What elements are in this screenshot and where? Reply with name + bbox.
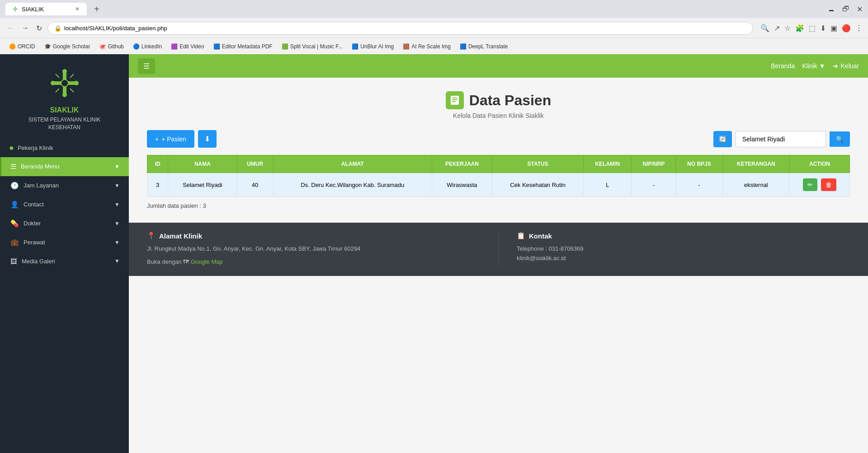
footer-maps-text: Buka dengan 🗺 Google Map [147, 257, 480, 267]
hamburger-button[interactable]: ☰ [138, 58, 155, 74]
bookmark-deepl[interactable]: 🟦 DeepL Translate [456, 42, 512, 51]
exit-icon: ➜ [833, 62, 838, 70]
tab-favicon-icon: ✛ [13, 5, 18, 13]
media-galeri-icon: 🖼 [10, 257, 17, 265]
sidebar-title: SIAKLIK [50, 106, 79, 114]
page-header: Data Pasien Kelola Data Pasien Klinik Si… [147, 91, 850, 119]
bookmark-ai-rescale[interactable]: 🟫 AI Re Scale Img [399, 42, 454, 51]
col-status: STATUS [492, 155, 584, 173]
download-icon[interactable]: ⬇ [820, 24, 826, 33]
orcid-icon: 🟠 [9, 43, 16, 50]
bookmark-orcid[interactable]: 🟠 ORCID [5, 42, 39, 51]
download-button[interactable]: ⬇ [198, 130, 217, 148]
url-input[interactable] [64, 25, 746, 32]
reload-button[interactable]: ↻ [34, 22, 44, 34]
bookmark-github[interactable]: 🐙 Github [95, 42, 127, 51]
new-tab-button[interactable]: + [90, 2, 103, 16]
share-icon[interactable]: ↗ [774, 24, 780, 33]
tab-close-button[interactable]: ✕ [75, 6, 80, 12]
browser-tab[interactable]: ✛ SIAKLIK ✕ [5, 3, 87, 15]
col-umur: UMUR [237, 155, 273, 173]
secure-icon: 🔒 [54, 25, 61, 32]
refresh-button[interactable]: 🔄 [713, 131, 732, 147]
profile-icon[interactable]: 🔴 [842, 24, 851, 33]
edit-video-icon: 🟪 [171, 43, 178, 50]
bookmark-editor-metadata-pdf[interactable]: 🟦 Editor Metadata PDF [210, 42, 276, 51]
table-row: 3Selamet Riyadi40Ds. Deru Kec.Wilangon K… [147, 173, 850, 197]
back-button[interactable]: ← [5, 22, 16, 34]
sidebar-item-label: Media Galeri [22, 258, 55, 265]
svg-line-10 [70, 89, 74, 92]
col-no-bpjs: NO BPJS [676, 155, 722, 173]
sidebar-item-media-galeri[interactable]: 🖼 Media Galeri ▼ [0, 252, 129, 271]
maximize-icon[interactable]: 🗗 [842, 5, 849, 14]
delete-button[interactable]: 🗑 [821, 178, 836, 191]
klinik-nav-dropdown[interactable]: Klinik ▼ [802, 62, 825, 70]
edit-button[interactable]: ✏ [803, 178, 817, 191]
ai-rescale-icon: 🟫 [403, 43, 410, 50]
location-icon: 📍 [147, 232, 156, 240]
svg-rect-13 [452, 99, 458, 100]
col-nama: NAMA [168, 155, 237, 173]
github-icon: 🐙 [99, 43, 106, 50]
bookmark-split-vocal[interactable]: 🟩 Split Vocal | Music F... [278, 42, 347, 51]
footer-address-section: 📍 Alamat Klinik Jl. Rungkut Madya No.1, … [147, 232, 480, 267]
main-content: ☰ Beranda Klinik ▼ ➜ Keluar [129, 54, 868, 453]
scholar-icon: 🎓 [44, 43, 51, 50]
sidebar-item-perawat[interactable]: 💼 Perawat ▼ [0, 233, 129, 252]
jam-layanan-icon: 🕐 [10, 182, 19, 190]
footer-email: klinik@siaklik.ac.id [517, 254, 850, 263]
add-pasien-button[interactable]: + + Pasien [147, 130, 194, 148]
keluar-button[interactable]: ➜ Keluar [833, 62, 859, 70]
chevron-down-icon: ▼ [114, 182, 120, 189]
data-count: Jumlah data pasien : 3 [147, 202, 850, 209]
bookmark-unblur-ai[interactable]: 🟦 UnBlur AI Img [348, 42, 397, 51]
footer-address-title: Alamat Klinik [159, 232, 202, 240]
sidebar-item-jam-layanan[interactable]: 🕐 Jam Layanan ▼ [0, 176, 129, 195]
svg-rect-14 [452, 101, 456, 102]
sidebar-item-label: Perawat [24, 239, 45, 246]
footer-kontak-title: Kontak [529, 232, 552, 240]
menu-icon[interactable]: ⋮ [855, 24, 863, 33]
svg-line-9 [56, 89, 59, 92]
sidebar-item-dokter[interactable]: 💊 Dokter ▼ [0, 214, 129, 233]
google-map-link[interactable]: Google Map [191, 258, 223, 265]
svg-line-7 [56, 74, 59, 78]
col-action: ACTION [790, 155, 850, 173]
search-input[interactable] [736, 131, 826, 147]
sidebar-user: ● Pekerja Klinik [0, 139, 129, 157]
address-bar[interactable]: 🔒 [47, 22, 753, 35]
contact-icon: 👤 [10, 201, 19, 209]
sidebar-item-label: Contact [24, 201, 44, 208]
chevron-down-icon: ▼ [114, 258, 120, 264]
col-id: ID [147, 155, 168, 173]
bookmark-edit-video[interactable]: 🟪 Edit Video [167, 42, 208, 51]
col-keterangan: KETERANGAN [722, 155, 789, 173]
sidebar-item-contact[interactable]: 👤 Contact ▼ [0, 195, 129, 214]
footer: 📍 Alamat Klinik Jl. Rungkut Madya No.1, … [129, 223, 868, 276]
chevron-down-icon: ▼ [114, 163, 120, 170]
perawat-icon: 💼 [10, 238, 19, 247]
forward-button[interactable]: → [20, 22, 31, 34]
puzzle-icon[interactable]: 🧩 [795, 24, 804, 33]
close-window-icon[interactable]: ✕ [857, 5, 863, 14]
beranda-nav-link[interactable]: Beranda [771, 62, 795, 70]
footer-address-text: Jl. Rungkut Madya No.1, Gn. Anyar, Kec. … [147, 244, 480, 254]
chevron-down-icon: ▼ [114, 220, 120, 227]
sidebar-nav: ☰ Beranda Menu ▼ 🕐 Jam Layanan ▼ 👤 Conta… [0, 157, 129, 453]
extensions-icon[interactable]: 🔍 [760, 24, 769, 33]
bookmark-icon[interactable]: ☆ [784, 24, 791, 33]
col-alamat: ALAMAT [273, 155, 432, 173]
user-status-dot: ● [9, 143, 14, 153]
page-content: Data Pasien Kelola Data Pasien Klinik Si… [129, 78, 868, 453]
sidebar-logo-area: SIAKLIK SISTEM PELAYANAN KLINIKKESEHATAN [0, 54, 129, 139]
bookmark-linkedin[interactable]: 🔵 LinkedIn [129, 42, 165, 51]
minimize-icon[interactable]: 🗕 [828, 5, 835, 14]
cast-icon[interactable]: ⬚ [809, 24, 816, 33]
bookmark-google-scholar[interactable]: 🎓 Google Scholar [41, 42, 94, 51]
sidebar-item-label: Jam Layanan [24, 182, 59, 189]
search-button[interactable]: 🔍 [830, 131, 850, 147]
sidebar-toggle-icon[interactable]: ▣ [830, 24, 837, 33]
sidebar-item-beranda-menu[interactable]: ☰ Beranda Menu ▼ [0, 157, 129, 176]
chevron-down-icon: ▼ [114, 201, 120, 208]
